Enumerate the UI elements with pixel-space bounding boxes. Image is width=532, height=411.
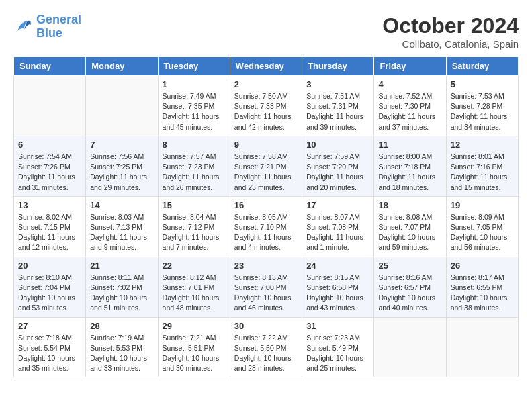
calendar-cell — [374, 317, 446, 377]
calendar-week-5: 27Sunrise: 7:18 AM Sunset: 5:54 PM Dayli… — [14, 317, 519, 377]
day-number: 1 — [163, 79, 226, 89]
day-number: 23 — [234, 261, 298, 271]
calendar-cell: 24Sunrise: 8:15 AM Sunset: 6:58 PM Dayli… — [302, 257, 374, 317]
day-number: 29 — [163, 321, 226, 331]
column-header-monday: Monday — [86, 57, 158, 76]
day-number: 22 — [163, 261, 226, 271]
day-number: 27 — [18, 321, 81, 331]
calendar-cell: 18Sunrise: 8:08 AM Sunset: 7:07 PM Dayli… — [374, 196, 446, 257]
day-number: 26 — [451, 261, 514, 271]
calendar-cell: 5Sunrise: 7:53 AM Sunset: 7:28 PM Daylig… — [446, 76, 518, 136]
day-number: 6 — [18, 140, 81, 150]
column-header-thursday: Thursday — [302, 57, 374, 76]
calendar-cell — [86, 76, 158, 136]
calendar-week-1: 1Sunrise: 7:49 AM Sunset: 7:35 PM Daylig… — [14, 76, 519, 136]
logo-icon — [13, 17, 34, 37]
calendar-cell: 23Sunrise: 8:13 AM Sunset: 7:00 PM Dayli… — [230, 257, 302, 317]
day-info: Sunrise: 8:03 AM Sunset: 7:13 PM Dayligh… — [90, 212, 153, 253]
day-number: 4 — [378, 79, 441, 89]
page-header: General Blue October 2024 Collbato, Cata… — [13, 13, 519, 50]
day-number: 24 — [306, 261, 369, 271]
month-title: October 2024 — [382, 13, 519, 38]
day-number: 30 — [234, 321, 298, 331]
calendar-week-3: 13Sunrise: 8:02 AM Sunset: 7:15 PM Dayli… — [14, 196, 519, 257]
day-info: Sunrise: 8:15 AM Sunset: 6:58 PM Dayligh… — [306, 273, 369, 314]
calendar-week-2: 6Sunrise: 7:54 AM Sunset: 7:26 PM Daylig… — [14, 136, 519, 196]
calendar-cell: 26Sunrise: 8:17 AM Sunset: 6:55 PM Dayli… — [446, 257, 518, 317]
day-number: 12 — [451, 140, 514, 150]
day-number: 25 — [378, 261, 441, 271]
day-info: Sunrise: 7:22 AM Sunset: 5:50 PM Dayligh… — [234, 333, 298, 374]
day-info: Sunrise: 8:05 AM Sunset: 7:10 PM Dayligh… — [234, 212, 298, 253]
day-info: Sunrise: 7:23 AM Sunset: 5:49 PM Dayligh… — [306, 333, 369, 374]
calendar-cell: 13Sunrise: 8:02 AM Sunset: 7:15 PM Dayli… — [14, 196, 86, 257]
calendar-cell: 10Sunrise: 7:59 AM Sunset: 7:20 PM Dayli… — [302, 136, 374, 196]
calendar-cell: 21Sunrise: 8:11 AM Sunset: 7:02 PM Dayli… — [86, 257, 158, 317]
calendar-cell: 2Sunrise: 7:50 AM Sunset: 7:33 PM Daylig… — [230, 76, 302, 136]
day-info: Sunrise: 8:13 AM Sunset: 7:00 PM Dayligh… — [234, 273, 298, 314]
day-number: 15 — [163, 200, 226, 210]
day-info: Sunrise: 7:56 AM Sunset: 7:25 PM Dayligh… — [90, 152, 153, 193]
day-info: Sunrise: 8:07 AM Sunset: 7:08 PM Dayligh… — [306, 212, 369, 253]
day-info: Sunrise: 8:16 AM Sunset: 6:57 PM Dayligh… — [378, 273, 441, 314]
calendar-cell: 11Sunrise: 8:00 AM Sunset: 7:18 PM Dayli… — [374, 136, 446, 196]
day-info: Sunrise: 8:08 AM Sunset: 7:07 PM Dayligh… — [378, 212, 441, 253]
day-info: Sunrise: 7:49 AM Sunset: 7:35 PM Dayligh… — [163, 91, 226, 132]
day-info: Sunrise: 8:17 AM Sunset: 6:55 PM Dayligh… — [451, 273, 514, 314]
day-number: 20 — [18, 261, 81, 271]
day-number: 28 — [90, 321, 153, 331]
calendar-cell — [14, 76, 86, 136]
calendar-cell: 16Sunrise: 8:05 AM Sunset: 7:10 PM Dayli… — [230, 196, 302, 257]
calendar-cell: 15Sunrise: 8:04 AM Sunset: 7:12 PM Dayli… — [158, 196, 230, 257]
calendar-cell: 9Sunrise: 7:58 AM Sunset: 7:21 PM Daylig… — [230, 136, 302, 196]
calendar-table: SundayMondayTuesdayWednesdayThursdayFrid… — [13, 56, 519, 377]
day-number: 21 — [90, 261, 153, 271]
day-info: Sunrise: 7:50 AM Sunset: 7:33 PM Dayligh… — [234, 91, 298, 132]
day-number: 11 — [378, 140, 441, 150]
calendar-cell: 31Sunrise: 7:23 AM Sunset: 5:49 PM Dayli… — [302, 317, 374, 377]
calendar-cell: 8Sunrise: 7:57 AM Sunset: 7:23 PM Daylig… — [158, 136, 230, 196]
calendar-cell: 1Sunrise: 7:49 AM Sunset: 7:35 PM Daylig… — [158, 76, 230, 136]
column-header-tuesday: Tuesday — [158, 57, 230, 76]
day-info: Sunrise: 8:04 AM Sunset: 7:12 PM Dayligh… — [163, 212, 226, 253]
day-info: Sunrise: 7:58 AM Sunset: 7:21 PM Dayligh… — [234, 152, 298, 193]
day-info: Sunrise: 8:01 AM Sunset: 7:16 PM Dayligh… — [451, 152, 514, 193]
day-number: 3 — [306, 79, 369, 89]
day-number: 13 — [18, 200, 81, 210]
day-info: Sunrise: 7:21 AM Sunset: 5:51 PM Dayligh… — [163, 333, 226, 374]
column-header-saturday: Saturday — [446, 57, 518, 76]
day-info: Sunrise: 7:54 AM Sunset: 7:26 PM Dayligh… — [18, 152, 81, 193]
day-info: Sunrise: 8:00 AM Sunset: 7:18 PM Dayligh… — [378, 152, 441, 193]
calendar-cell: 19Sunrise: 8:09 AM Sunset: 7:05 PM Dayli… — [446, 196, 518, 257]
day-info: Sunrise: 8:09 AM Sunset: 7:05 PM Dayligh… — [451, 212, 514, 253]
day-number: 10 — [306, 140, 369, 150]
calendar-cell: 14Sunrise: 8:03 AM Sunset: 7:13 PM Dayli… — [86, 196, 158, 257]
day-info: Sunrise: 8:11 AM Sunset: 7:02 PM Dayligh… — [90, 273, 153, 314]
day-number: 18 — [378, 200, 441, 210]
day-number: 8 — [163, 140, 226, 150]
day-info: Sunrise: 7:57 AM Sunset: 7:23 PM Dayligh… — [163, 152, 226, 193]
column-header-friday: Friday — [374, 57, 446, 76]
calendar-cell: 6Sunrise: 7:54 AM Sunset: 7:26 PM Daylig… — [14, 136, 86, 196]
day-number: 5 — [451, 79, 514, 89]
day-info: Sunrise: 7:59 AM Sunset: 7:20 PM Dayligh… — [306, 152, 369, 193]
logo: General Blue — [13, 13, 81, 40]
calendar-cell — [446, 317, 518, 377]
title-section: October 2024 Collbato, Catalonia, Spain — [382, 13, 519, 50]
day-info: Sunrise: 7:51 AM Sunset: 7:31 PM Dayligh… — [306, 91, 369, 132]
calendar-cell: 7Sunrise: 7:56 AM Sunset: 7:25 PM Daylig… — [86, 136, 158, 196]
day-info: Sunrise: 8:10 AM Sunset: 7:04 PM Dayligh… — [18, 273, 81, 314]
day-info: Sunrise: 7:18 AM Sunset: 5:54 PM Dayligh… — [18, 333, 81, 374]
day-number: 7 — [90, 140, 153, 150]
calendar-header-row: SundayMondayTuesdayWednesdayThursdayFrid… — [14, 57, 519, 76]
column-header-wednesday: Wednesday — [230, 57, 302, 76]
day-number: 19 — [451, 200, 514, 210]
calendar-cell: 4Sunrise: 7:52 AM Sunset: 7:30 PM Daylig… — [374, 76, 446, 136]
calendar-cell: 20Sunrise: 8:10 AM Sunset: 7:04 PM Dayli… — [14, 257, 86, 317]
day-number: 14 — [90, 200, 153, 210]
column-header-sunday: Sunday — [14, 57, 86, 76]
day-number: 9 — [234, 140, 298, 150]
day-number: 16 — [234, 200, 298, 210]
calendar-cell: 27Sunrise: 7:18 AM Sunset: 5:54 PM Dayli… — [14, 317, 86, 377]
calendar-cell: 29Sunrise: 7:21 AM Sunset: 5:51 PM Dayli… — [158, 317, 230, 377]
